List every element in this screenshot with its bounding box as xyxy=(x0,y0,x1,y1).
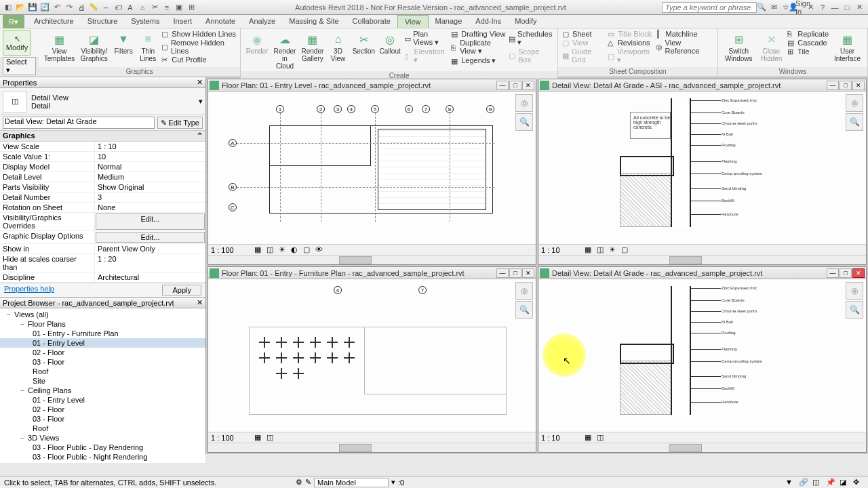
workset-icon[interactable]: ⚙ xyxy=(296,478,302,487)
tree-node[interactable]: 03 - Floor xyxy=(0,414,205,424)
remove-hidden-lines-button[interactable]: ▢Remove Hidden Lines xyxy=(161,39,236,55)
guide-grid-button[interactable]: ▦Guide Grid xyxy=(562,47,605,64)
tree-node[interactable]: 01 - Entry - Furniture Plan xyxy=(0,329,205,338)
plan-views-button[interactable]: ▭Plan Views ▾ xyxy=(404,30,448,47)
sel-drag-icon[interactable]: ✥ xyxy=(853,478,864,487)
visibility-graphics-button[interactable]: ◪Visibility/Graphics xyxy=(79,30,110,64)
tab-structure[interactable]: Structure xyxy=(81,15,125,28)
cut-profile-button[interactable]: ✂Cut Profile xyxy=(161,56,236,64)
property-row[interactable]: Graphic Display OptionsEdit... xyxy=(0,231,205,244)
tree-node[interactable]: 03 - Floor Public - Day Rendering xyxy=(0,443,205,452)
vp-close-icon[interactable]: ✕ xyxy=(852,268,865,278)
tree-node[interactable]: Site xyxy=(0,376,205,386)
property-row[interactable]: Parts VisibilityShow Original xyxy=(0,182,205,192)
zoom-icon[interactable]: 🔍 xyxy=(846,301,863,319)
vc-detail-icon[interactable]: ▦ xyxy=(585,245,594,255)
viewport-canvas[interactable]: 4 7 ◎🔍 xyxy=(208,279,536,432)
zoom-icon[interactable]: 🔍 xyxy=(515,301,533,319)
close-icon[interactable]: ✕ xyxy=(854,3,864,12)
3d-view-button[interactable]: ⌂3DView xyxy=(328,30,349,64)
property-row[interactable]: View Scale1 : 10 xyxy=(0,142,205,152)
designopt-icon[interactable]: ▾ xyxy=(391,478,395,487)
tree-node[interactable]: − Views (all) xyxy=(0,310,205,319)
open-icon[interactable]: 📂 xyxy=(15,2,26,13)
save-icon[interactable]: 💾 xyxy=(27,2,38,13)
browser-close-icon[interactable]: ✕ xyxy=(197,298,203,307)
vp-close-icon[interactable]: ✕ xyxy=(852,81,865,90)
sync-icon[interactable]: 🔄 xyxy=(39,2,50,13)
workset-selector[interactable]: Main Model xyxy=(314,478,389,487)
tab-massing[interactable]: Massing & Site xyxy=(282,15,345,28)
vc-crop-icon[interactable]: ▢ xyxy=(621,245,631,255)
zoom-icon[interactable]: 🔍 xyxy=(515,113,533,131)
elevation-button[interactable]: ▯Elevation ▾ xyxy=(404,47,448,64)
vp-close-icon[interactable]: ✕ xyxy=(522,81,534,90)
app-menu-button[interactable]: R▾ xyxy=(3,15,24,28)
sel-filter-icon[interactable]: ▼ xyxy=(785,478,796,487)
tree-node[interactable]: Roof xyxy=(0,367,205,376)
tree-node[interactable]: 03 - Floor Public - Night Rendering xyxy=(0,452,205,462)
vc-style-icon[interactable]: ◫ xyxy=(597,245,606,255)
matchline-button[interactable]: ┃Matchline xyxy=(656,30,713,38)
vc-sun-icon[interactable]: ☀ xyxy=(609,245,618,255)
text-icon[interactable]: A xyxy=(125,2,136,13)
vc-detail-icon[interactable]: ▦ xyxy=(585,433,594,443)
property-row[interactable]: Visibility/Graphics OverridesEdit... xyxy=(0,213,205,231)
maximize-icon[interactable]: □ xyxy=(842,3,852,12)
tree-node[interactable]: 02 - Floor xyxy=(0,405,205,414)
tag-icon[interactable]: 🏷 xyxy=(113,2,123,13)
tile-button[interactable]: ⊞Tile xyxy=(787,47,829,56)
apply-button[interactable]: Apply xyxy=(162,285,201,296)
tree-node[interactable]: Roof xyxy=(0,424,205,433)
properties-help-link[interactable]: Properties help xyxy=(4,285,54,296)
thin-icon[interactable]: ≡ xyxy=(161,2,172,13)
zoom-icon[interactable]: 🔍 xyxy=(846,113,863,131)
section-icon[interactable]: ✂ xyxy=(149,2,160,13)
vp-close-icon[interactable]: ✕ xyxy=(522,268,534,278)
sel-face-icon[interactable]: ◪ xyxy=(840,478,850,487)
vc-hide-icon[interactable]: 👁 xyxy=(315,245,325,255)
navwheel-icon[interactable]: ◎ xyxy=(846,94,863,112)
view-scale[interactable]: 1 : 100 xyxy=(211,246,252,254)
vp-minimize-icon[interactable]: — xyxy=(827,81,839,90)
tree-node[interactable]: 02 - Floor xyxy=(0,348,205,357)
vc-shadow-icon[interactable]: ◐ xyxy=(291,245,300,255)
select-dropdown[interactable]: Select ▾ xyxy=(3,57,36,75)
user-interface-button[interactable]: ▦UserInterface xyxy=(831,30,863,64)
view-templates-button[interactable]: ▦ViewTemplates xyxy=(43,30,76,64)
dim-icon[interactable]: ↔ xyxy=(100,2,111,13)
undo-icon[interactable]: ↶ xyxy=(52,2,62,13)
viewport-canvas[interactable]: Zinc Expansed zinc All concrete to behig… xyxy=(538,92,866,244)
property-category[interactable]: Graphics⌃ xyxy=(0,131,205,142)
vp-minimize-icon[interactable]: — xyxy=(496,81,509,90)
collapse-icon[interactable]: ⌃ xyxy=(197,131,203,140)
tab-view[interactable]: View xyxy=(397,15,429,28)
navwheel-icon[interactable]: ◎ xyxy=(515,94,533,112)
vp-maximize-icon[interactable]: □ xyxy=(509,81,521,90)
vc-style-icon[interactable]: ◫ xyxy=(267,245,276,255)
search-input[interactable] xyxy=(662,2,757,13)
sel-pin-icon[interactable]: 📌 xyxy=(826,478,837,487)
switch-windows-button[interactable]: ⊞SwitchWindows xyxy=(722,30,755,64)
property-row[interactable]: Hide at scales coarser than1 : 20 xyxy=(0,254,205,272)
tab-annotate[interactable]: Annotate xyxy=(199,15,242,28)
property-row[interactable]: Detail LevelMedium xyxy=(0,172,205,182)
viewport-canvas[interactable]: 1 2 3 4 5 6 7 8 9 A B C xyxy=(208,92,536,244)
tree-node[interactable]: − 3D Views xyxy=(0,433,205,443)
drafting-view-button[interactable]: ▤Drafting View xyxy=(451,30,505,38)
navwheel-icon[interactable]: ◎ xyxy=(846,282,863,300)
default3d-icon[interactable]: ⌂ xyxy=(137,2,148,13)
filters-button[interactable]: ▼Filters xyxy=(113,30,134,56)
type-selector[interactable]: ◫ Detail View Detail ▾ xyxy=(0,88,205,115)
tree-node[interactable]: 01 - Entry Level xyxy=(0,338,205,348)
vp-minimize-icon[interactable]: — xyxy=(827,268,839,278)
properties-close-icon[interactable]: ✕ xyxy=(197,78,203,87)
tab-collaborate[interactable]: Collaborate xyxy=(346,15,397,28)
viewport-canvas[interactable]: Zinc Expansed zinc Core Boards Chrome st… xyxy=(538,279,866,432)
vp-maximize-icon[interactable]: □ xyxy=(840,268,852,278)
property-row[interactable]: Display ModelNormal xyxy=(0,162,205,172)
title-block-button[interactable]: ▭Title Block xyxy=(608,30,653,38)
sel-underlay-icon[interactable]: ◫ xyxy=(812,478,823,487)
exchange-icon[interactable]: ✕ xyxy=(806,3,815,12)
editreq-icon[interactable]: ✎ xyxy=(305,478,311,487)
